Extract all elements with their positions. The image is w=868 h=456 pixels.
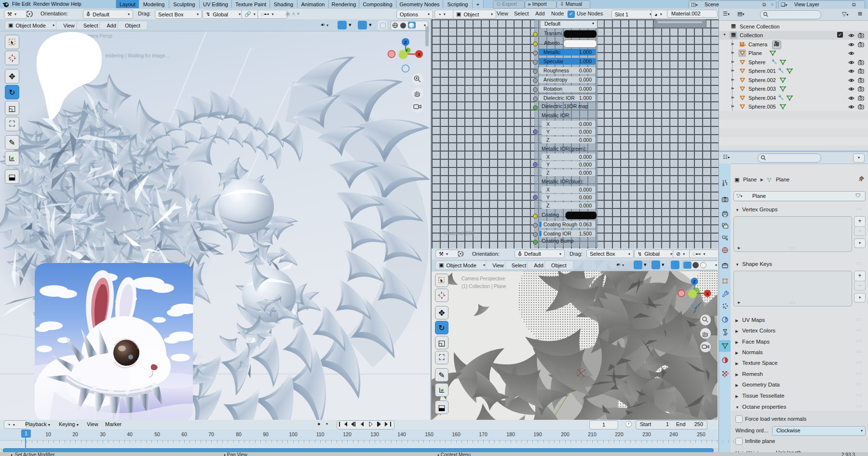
svg-text:endering | Waiting for image..: endering | Waiting for image... — [105, 53, 169, 58]
svg-text:X: X — [706, 291, 709, 296]
svg-text:Y: Y — [405, 48, 408, 53]
svg-text:Z: Z — [404, 40, 407, 45]
svg-text:(1) Collection | Plane: (1) Collection | Plane — [461, 284, 506, 289]
svg-text:X: X — [418, 52, 420, 57]
svg-text:Camera Perspective: Camera Perspective — [461, 276, 505, 281]
svg-text:Z: Z — [693, 279, 696, 284]
